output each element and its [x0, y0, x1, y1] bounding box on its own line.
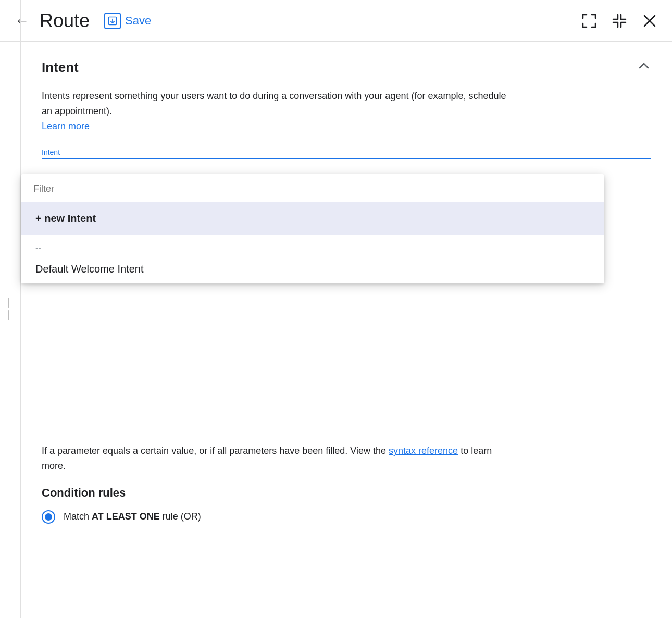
intent-field-row: Intent + new Intent -- Default Welcome I…: [42, 148, 651, 159]
compress-button[interactable]: [609, 11, 629, 31]
filter-input-wrapper: [21, 174, 604, 202]
save-label: Save: [125, 14, 151, 28]
sidebar-handle: [8, 298, 9, 320]
filter-input[interactable]: [33, 183, 592, 194]
condition-section: If a parameter equals a certain value, o…: [42, 431, 651, 536]
header: ← Route Save: [0, 0, 672, 42]
radio-button[interactable]: [42, 510, 55, 524]
collapse-button[interactable]: [637, 58, 651, 76]
intent-field-label: Intent: [42, 148, 651, 156]
header-right: [579, 11, 659, 31]
radio-label: Match AT LEAST ONE rule (OR): [64, 511, 201, 522]
page-title: Route: [40, 10, 90, 32]
section-description: Intents represent something your users w…: [42, 89, 511, 133]
radio-dot: [45, 513, 52, 521]
intent-section: Intent Intents represent something your …: [42, 42, 651, 170]
new-intent-item[interactable]: + new Intent: [21, 202, 604, 235]
sidebar-line-2: [8, 310, 9, 320]
radio-row: Match AT LEAST ONE rule (OR): [42, 510, 651, 524]
main-content: Intent Intents represent something your …: [21, 42, 672, 536]
condition-rules-title: Condition rules: [42, 486, 651, 500]
header-left: ← Route Save: [13, 9, 579, 32]
syntax-reference-link[interactable]: syntax reference: [389, 446, 458, 456]
dropdown-item-welcome[interactable]: Default Welcome Intent: [21, 255, 604, 283]
section-header: Intent: [42, 58, 651, 76]
intent-dropdown: + new Intent -- Default Welcome Intent: [21, 174, 604, 283]
dropdown-divider: --: [21, 235, 604, 255]
learn-more-link[interactable]: Learn more: [42, 121, 90, 131]
close-button[interactable]: [640, 11, 659, 31]
save-icon: [104, 13, 121, 29]
save-button[interactable]: Save: [98, 9, 157, 32]
section-title: Intent: [42, 59, 79, 76]
fullscreen-button[interactable]: [579, 11, 599, 31]
intent-field-underline: [42, 158, 651, 159]
sidebar-line-1: [8, 298, 9, 308]
left-sidebar: [0, 0, 21, 618]
condition-description: If a parameter equals a certain value, o…: [42, 443, 511, 474]
